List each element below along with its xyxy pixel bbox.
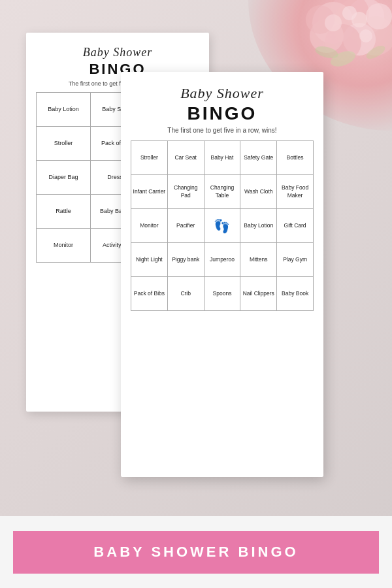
- back-script-title: Baby Shower: [36, 46, 199, 59]
- front-cell-4: Safety Gate: [240, 141, 277, 175]
- card-front: Baby Shower BINGO The first one to get f…: [121, 72, 323, 477]
- front-cell-15: Gift Card: [277, 209, 314, 243]
- front-cell-17: Piggy bank: [168, 243, 204, 277]
- front-cell-19: Mittens: [240, 243, 277, 277]
- bottom-banner: BABY SHOWER BINGO: [0, 516, 392, 588]
- front-cell-9: Wash Cloth: [240, 175, 277, 209]
- front-cell-6: Infant Carrier: [131, 175, 168, 209]
- front-cell-24: Nail Clippers: [240, 277, 277, 311]
- banner-inner: BABY SHOWER BINGO: [13, 531, 379, 574]
- front-cell-10: Baby Food Maker: [277, 175, 314, 209]
- back-cell-1: Baby Lotion: [37, 93, 91, 127]
- cards-area: Baby Shower BINGO The first one to get f…: [20, 20, 372, 510]
- front-cell-14: Baby Lotion: [240, 209, 277, 243]
- front-script-title: Baby Shower: [131, 85, 314, 102]
- front-cell-3: Baby Hat: [204, 141, 241, 175]
- back-cell-4: Stroller: [37, 127, 91, 161]
- front-cell-16: Night Light: [131, 243, 168, 277]
- front-cell-free: 👣: [204, 209, 241, 243]
- front-cell-8: Changing Table: [204, 175, 241, 209]
- front-bingo-grid: Stroller Car Seat Baby Hat Safety Gate B…: [131, 140, 314, 311]
- banner-text: BABY SHOWER BINGO: [93, 544, 298, 561]
- front-bingo-title: BINGO: [131, 103, 314, 124]
- front-cell-21: Pack of Bibs: [131, 277, 168, 311]
- front-cell-2: Car Seat: [168, 141, 204, 175]
- front-cell-1: Stroller: [131, 141, 168, 175]
- front-subtitle: The first one to get five in a row, wins…: [131, 127, 314, 134]
- front-cell-5: Bottles: [277, 141, 314, 175]
- front-cell-7: Changing Pad: [168, 175, 204, 209]
- front-cell-18: Jumperoo: [204, 243, 241, 277]
- back-cell-10: Rattle: [37, 195, 91, 229]
- back-cell-13: Monitor: [37, 229, 91, 263]
- back-cell-7: Diaper Bag: [37, 161, 91, 195]
- front-cell-23: Spoons: [204, 277, 241, 311]
- svg-point-14: [342, 6, 357, 20]
- front-cell-22: Crib: [168, 277, 204, 311]
- front-cell-11: Monitor: [131, 209, 168, 243]
- front-cell-12: Pacifier: [168, 209, 204, 243]
- front-cell-25: Baby Book: [277, 277, 314, 311]
- front-cell-20: Play Gym: [277, 243, 314, 277]
